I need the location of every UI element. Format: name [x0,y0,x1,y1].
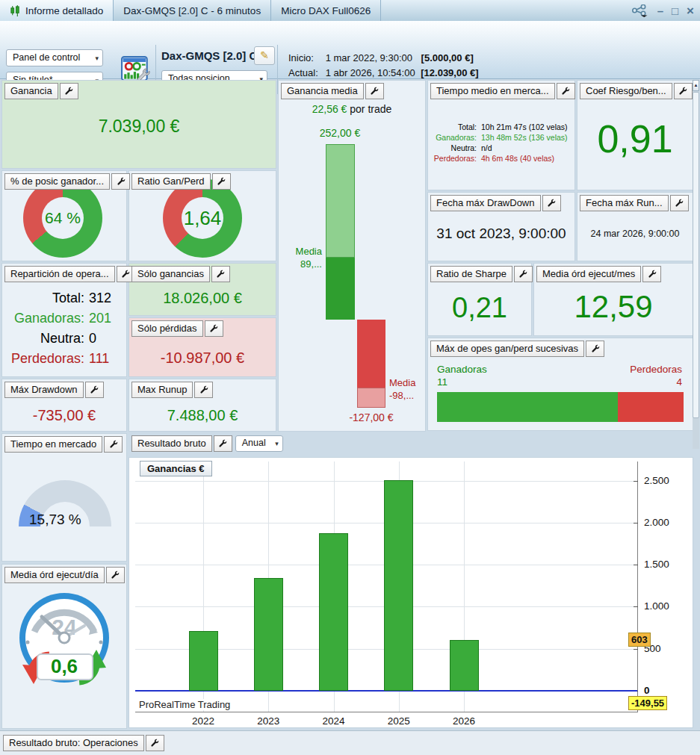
panel-title-button[interactable]: Ratio de Sharpe [430,266,512,282]
wrench-icon[interactable] [212,173,231,190]
bar-2022 [189,631,218,691]
panel-ganancia-media: Ganancia media 22,56 € por trade 252,00 … [278,80,426,432]
panel-title-button[interactable]: Sólo ganancias [131,266,210,282]
wrench-icon[interactable] [557,83,575,99]
wrench-icon[interactable] [674,83,693,99]
clock-24-icon: 24 0,6 [12,588,117,693]
panel-max-drawdown: Máx Drawdown -735,00 € [1,379,127,432]
y-axis-tick [634,523,638,523]
chevron-down-icon: ▾ [275,440,279,447]
panel-title-button[interactable]: Media órd ejecut/mes [536,266,641,282]
tab-label: Micro DAX Full0626 [281,5,371,16]
panel-title-button[interactable]: Sólo pérdidas [131,320,203,337]
tiempo-medio-row: Total:10h 21m 47s (102 velas) [428,122,574,132]
strategy-title: Dax-GMQS [2.0] C [161,49,257,62]
maximize-icon[interactable]: □ [672,5,678,16]
scrollbar-thumb[interactable] [693,92,699,418]
ratio-value: 1,64 [163,178,242,258]
bar-2026 [450,640,479,691]
wrench-icon[interactable] [670,195,689,211]
session-current-row: Actual: 1 abr 2026, 10:54:00 [12.039,00 … [288,66,479,81]
tab-label: Dax-GMQS [2.0] C - 6 minutos [123,5,261,16]
fecha-max-drawdown-value: 31 oct 2023, 9:00:00 [428,226,574,242]
scroll-up-icon[interactable]: ▲ [693,80,699,91]
period-select[interactable]: Anual ▾ [235,435,283,452]
wrench-icon[interactable] [85,382,104,398]
panel-title-button[interactable]: Fecha máx Run... [580,195,669,211]
minimize-icon[interactable]: – [657,5,663,16]
panel-title-button[interactable]: Ganancia media [281,83,364,99]
panel-reparticion: Repartición de opera... Total:312 Ganado… [1,263,127,377]
panel-title-button[interactable]: Fecha máx DrawDown [430,195,541,211]
wrench-icon[interactable] [146,735,164,751]
bottom-panel-title-button[interactable]: Resultado bruto: Operaciones [3,735,144,751]
panel-sharpe: Ratio de Sharpe 0,21 [427,263,532,336]
sharpe-value: 0,21 [428,292,531,324]
panel-title-button[interactable]: Máx de opes gan/perd sucesivas [430,341,584,357]
wrench-icon[interactable] [214,435,232,452]
tiempo-mercado-value: 15,73 % [29,512,81,528]
start-date: 1 mar 2022, 9:30:00 [326,52,412,63]
y-axis-label: 2.000 [644,517,669,528]
coef-value: 0,91 [577,116,693,161]
tab-instrument[interactable]: Micro DAX Full0626 [271,0,381,21]
panel-title-button[interactable]: % de posic ganador... [4,173,110,190]
resultado-bruto-chart: Ganancias € ProRealTime Trading 603-149,… [128,457,693,728]
reparto-row: Ganadoras:201 [2,308,126,329]
wrench-icon[interactable] [104,436,123,453]
wrench-icon[interactable] [211,266,230,282]
panel-title-button[interactable]: Tiempo en mercado [4,436,102,453]
panel-title-button[interactable]: Repartición de opera... [4,266,115,282]
avg-loss-bar-light [357,388,385,408]
tiempo-medio-row: Neutra:n/d [428,143,574,153]
panel-title-button[interactable]: Max Runup [131,382,193,398]
panel-coef-riesgo: Coef Riesgo/ben... 0,91 [577,80,693,190]
chart-legend-button[interactable]: Ganancias € [140,461,212,476]
y-axis-label: 1.500 [644,559,669,570]
win-pct-donut: 64 % [23,178,102,258]
tab-strategy[interactable]: Dax-GMQS [2.0] C - 6 minutos [114,0,271,21]
bottom-bar: Resultado bruto: Operaciones [0,730,700,755]
close-icon[interactable]: × [687,4,694,17]
wrench-icon[interactable] [642,266,661,282]
bar-2023 [254,578,283,691]
panel-title-button[interactable]: Máx Drawdown [4,382,84,398]
wrench-icon[interactable] [514,266,533,282]
tiempo-medio-rows: Total:10h 21m 47s (102 velas) Ganadoras:… [428,122,574,164]
window-controls: – □ × [631,0,694,21]
panel-ratio: Ratio Gan/Perd 1,64 [128,170,276,261]
edit-strategy-button[interactable]: ✎ [254,46,275,65]
current-date: 1 abr 2026, 10:54:00 [326,67,415,78]
panel-title-button[interactable]: Coef Riesgo/ben... [580,83,672,99]
tab-bar: Informe detallado Dax-GMQS [2.0] C - 6 m… [0,0,700,22]
share-icon[interactable] [631,4,649,17]
wrench-icon[interactable] [542,195,561,211]
panel-type-select[interactable]: Panel de control ▾ [6,49,103,66]
wrench-icon[interactable] [586,341,604,357]
wrench-icon[interactable] [194,382,213,398]
wrench-icon[interactable] [205,320,223,337]
toolbar: Panel de control ▾ Sin título* ▾ Dax-GMQ… [0,21,700,79]
panel-title-button[interactable]: Ganancia [4,83,58,99]
tiempo-medio-row: Perdedoras:4h 6m 48s (40 velas) [428,153,574,164]
panel-title-button[interactable]: Media órd ejecut/día [4,567,105,583]
wrench-icon[interactable] [106,567,125,583]
panel-title-button[interactable]: Ratio Gan/Perd [131,173,211,190]
reparto-rows: Total:312 Ganadoras:201 Neutra:0 Perdedo… [2,288,126,369]
start-value: [5.000,00 €] [421,52,474,63]
panel-title-button[interactable]: Tiempo medio en merca... [430,83,555,99]
avg-suffix: por trade [347,103,391,115]
reparto-row: Neutra:0 [2,329,126,349]
session-info: Inicio: 1 mar 2022, 9:30:00 [5.000,00 €]… [288,51,479,81]
panel-ganancia: Ganancia 7.039,00 € [1,80,276,169]
panel-fecha-max-runup: Fecha máx Run... 24 mar 2026, 9:00:00 [577,192,693,261]
panel-title-button[interactable]: Resultado bruto [131,435,212,452]
chevron-down-icon: ▾ [95,54,99,61]
wrench-icon[interactable] [60,83,78,99]
sucesivas-win-value: 11 [437,376,447,388]
vertical-scrollbar[interactable]: ▲ [693,80,699,449]
sucesivas-bar [437,392,684,422]
wrench-icon[interactable] [111,173,130,190]
wrench-icon[interactable] [365,83,384,99]
tab-informe-detallado[interactable]: Informe detallado [0,0,114,21]
